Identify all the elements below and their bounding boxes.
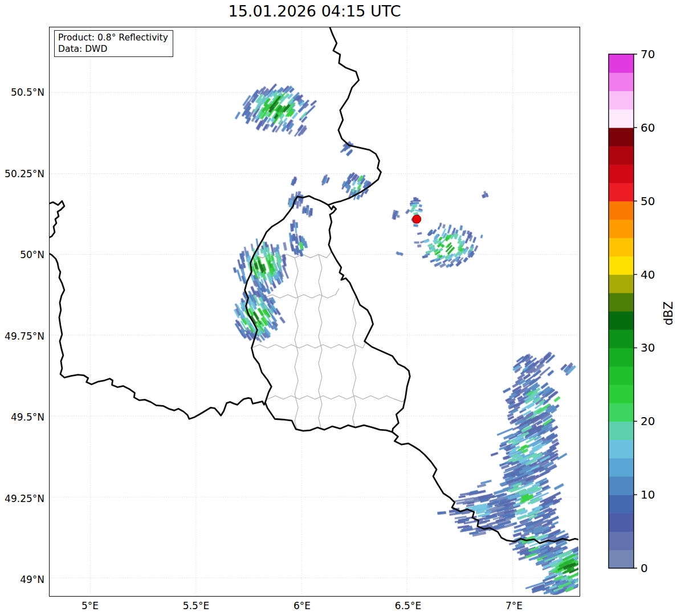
colorbar-tick-label: 40	[641, 268, 655, 282]
colorbar-tick-label: 20	[641, 414, 655, 428]
x-tick-label: 7°E	[505, 600, 523, 611]
y-tick-label: 50.25°N	[0, 168, 44, 180]
figure: 15.01.2026 04:15 UTC Product: 0.8° Refle…	[0, 0, 685, 616]
x-tick-label: 5.5°E	[183, 600, 209, 611]
y-tick-label: 49°N	[0, 574, 44, 585]
colorbar-tick-label: 70	[641, 47, 655, 61]
plot-title: 15.01.2026 04:15 UTC	[49, 2, 580, 20]
belgium-france-border	[50, 253, 265, 419]
colorbar-tick-label: 30	[641, 341, 655, 354]
y-tick-label: 50.5°N	[0, 87, 44, 98]
y-tick-label: 49.5°N	[0, 411, 44, 423]
y-tick-label: 50°N	[0, 249, 44, 260]
y-tick-label: 49.25°N	[0, 493, 44, 504]
x-tick-label: 6°E	[293, 600, 311, 611]
colorbar-tick-label: 60	[641, 121, 655, 134]
radar-site-marker	[413, 215, 421, 223]
data-source-line: Data: DWD	[58, 43, 168, 55]
product-line: Product: 0.8° Reflectivity	[58, 32, 168, 43]
colorbar-tick-label: 50	[641, 194, 655, 208]
product-annotation-box: Product: 0.8° Reflectivity Data: DWD	[54, 30, 173, 57]
colorbar-axis-label: dBZ	[662, 301, 675, 325]
x-tick-label: 6.5°E	[395, 600, 421, 611]
belgium-france-border-loop	[50, 201, 64, 238]
y-tick-label: 49.75°N	[0, 331, 44, 342]
map-canvas	[50, 27, 578, 595]
x-tick-label: 5°E	[81, 600, 99, 611]
colorbar-tick-label: 0	[641, 561, 648, 575]
colorbar-tick-label: 10	[641, 488, 655, 501]
map-plot-area: Product: 0.8° Reflectivity Data: DWD	[49, 27, 580, 597]
